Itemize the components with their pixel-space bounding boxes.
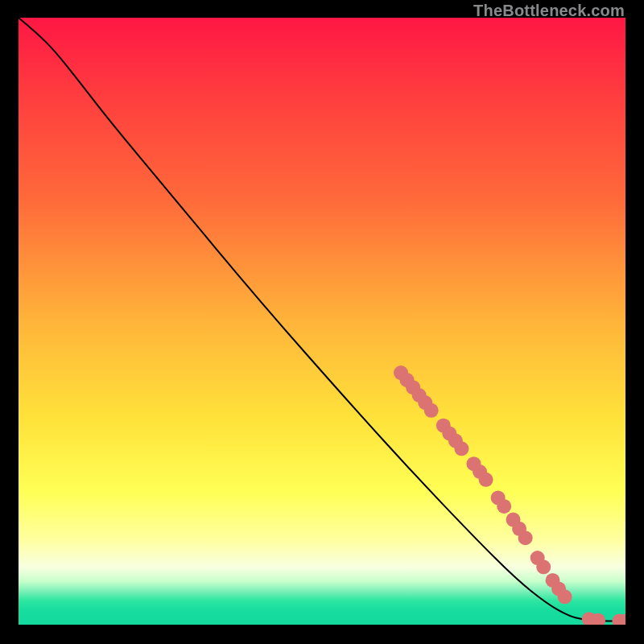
data-marker <box>558 589 572 604</box>
data-marker <box>497 499 511 514</box>
data-marker <box>479 473 493 487</box>
plot-frame <box>19 18 625 625</box>
gradient-background <box>19 18 625 625</box>
data-marker <box>536 559 551 574</box>
data-marker <box>518 530 533 545</box>
chart-svg <box>19 18 625 625</box>
data-marker <box>454 441 469 456</box>
data-marker <box>424 403 439 418</box>
